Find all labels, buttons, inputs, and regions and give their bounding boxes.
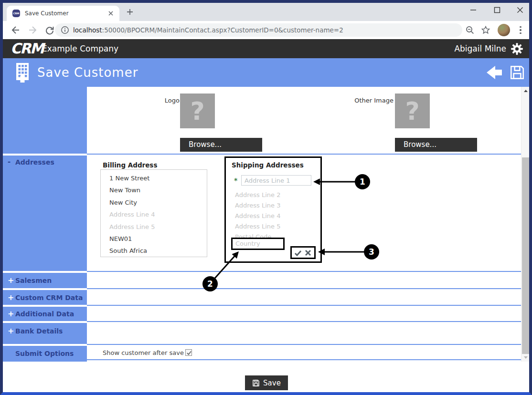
bookmark-star-icon[interactable]: [481, 25, 490, 35]
annotation-badge-1: 1: [355, 174, 370, 189]
sidebar-item-submit-options[interactable]: Submit Options: [3, 349, 87, 361]
expand-icon: +: [8, 293, 14, 302]
shipping-country-field[interactable]: Country: [231, 238, 285, 250]
page-back-icon[interactable]: [485, 64, 503, 81]
window-maximize-button[interactable]: [489, 3, 505, 17]
shipping-addresses-heading: Shipping Addresses: [232, 161, 304, 169]
sidebar-item-addresses[interactable]: - Addresses: [3, 157, 87, 170]
gear-icon[interactable]: [511, 42, 523, 55]
billing-address-line-2[interactable]: New Town: [109, 184, 207, 196]
save-disk-icon: [252, 379, 260, 387]
scroll-up-icon[interactable]: [521, 87, 530, 95]
new-tab-button[interactable]: [126, 8, 134, 16]
tab-close-icon[interactable]: [107, 10, 115, 17]
expand-icon: +: [8, 326, 14, 335]
sidebar-item-salesmen[interactable]: + Salesmen: [3, 276, 87, 288]
billing-address-line-4[interactable]: Address Line 4: [109, 208, 207, 220]
page-title: Save Customer: [37, 58, 138, 87]
sidebar-divider: [3, 321, 87, 323]
annotation-badge-2: 2: [202, 276, 218, 291]
info-icon[interactable]: [61, 26, 69, 34]
show-customer-label: Show customer after save: [103, 349, 184, 356]
reload-icon[interactable]: [45, 25, 54, 35]
billing-address-line-5[interactable]: Address Line 5: [109, 221, 207, 233]
collapse-icon: -: [8, 157, 11, 166]
other-image-label: Other Image: [344, 97, 394, 104]
sidebar-item-additional-data[interactable]: + Additional Data: [3, 309, 87, 322]
scrollbar-thumb[interactable]: [522, 157, 529, 354]
user-name: Abigail Milne: [454, 39, 506, 58]
footer-bar: Save: [3, 362, 529, 392]
cancel-cross-icon[interactable]: [304, 249, 312, 257]
required-marker: *: [234, 177, 237, 184]
sidebar-divider: [3, 271, 87, 273]
app-header: CRM Example Company Abigail Milne: [3, 39, 529, 58]
window-minimize-button[interactable]: [465, 3, 481, 17]
confirm-check-icon[interactable]: [294, 249, 302, 257]
tab-title: Save Customer: [25, 6, 69, 21]
custom-crm-data-row: [87, 288, 521, 305]
url-text: localhost:50000/BPOCRM/MaintainContact.a…: [73, 23, 343, 37]
other-image-browse-button[interactable]: Browse...: [395, 138, 477, 152]
expand-icon: +: [8, 276, 14, 285]
form-content: Logo ? Browse... Other Image ? Browse...…: [87, 87, 521, 362]
url-bar[interactable]: localhost:50000/BPOCRM/MaintainContact.a…: [55, 23, 462, 37]
images-row: Logo ? Browse... Other Image ? Browse...: [87, 87, 521, 154]
tab-strip: CRM Save Customer: [3, 3, 529, 21]
addresses-row: Billing Address 1 New Street New Town Ne…: [87, 154, 521, 271]
shipping-addresses-panel: Shipping Addresses * Address Line 2 Addr…: [224, 156, 322, 263]
building-icon: [13, 62, 32, 83]
annotation-badge-3: 3: [364, 244, 379, 260]
browser-toolbar: localhost:50000/BPOCRM/MaintainContact.a…: [3, 21, 529, 39]
sidebar-divider: [3, 344, 87, 346]
sidebar: - Addresses + Salesmen + Custom CRM Data…: [3, 87, 87, 362]
browser-menu-icon[interactable]: [519, 25, 522, 35]
shipping-address-line-4-field[interactable]: Address Line 4: [235, 211, 280, 221]
shipping-address-line-5-field[interactable]: Address Line 5: [235, 221, 280, 232]
other-image-placeholder[interactable]: ?: [395, 94, 430, 128]
crm-logo: CRM: [11, 40, 43, 57]
checkbox-check-icon: [186, 350, 192, 356]
billing-country[interactable]: South Africa: [109, 245, 207, 257]
sidebar-divider: [3, 288, 87, 290]
billing-address-panel: 1 New Street New Town New City Address L…: [100, 169, 207, 257]
submit-options-row: Show customer after save: [87, 344, 521, 360]
main-area: - Addresses + Salesmen + Custom CRM Data…: [3, 87, 529, 362]
shipping-actions: [290, 246, 316, 259]
show-customer-checkbox[interactable]: [185, 349, 192, 356]
bank-details-row: [87, 321, 521, 344]
billing-address-line-3[interactable]: New City: [109, 197, 207, 208]
profile-avatar[interactable]: [498, 24, 510, 36]
vertical-scrollbar[interactable]: [521, 87, 529, 362]
page-header: Save Customer: [3, 58, 529, 87]
back-icon[interactable]: [11, 25, 20, 35]
crm-favicon-icon: CRM: [12, 10, 20, 17]
additional-data-row: [87, 305, 521, 321]
save-button[interactable]: Save: [245, 375, 288, 390]
sidebar-divider: [3, 154, 87, 156]
billing-postal-code[interactable]: NEW01: [109, 233, 207, 245]
company-name: Example Company: [42, 39, 118, 58]
sidebar-item-custom-crm-data[interactable]: + Custom CRM Data: [3, 293, 87, 305]
salesmen-row: [87, 271, 521, 288]
shipping-address-line-1-input[interactable]: [241, 175, 311, 186]
sidebar-item-bank-details[interactable]: + Bank Details: [3, 326, 87, 339]
browser-tab[interactable]: CRM Save Customer: [7, 6, 119, 21]
logo-image-placeholder[interactable]: ?: [180, 94, 215, 128]
billing-address-line-1[interactable]: 1 New Street: [109, 172, 207, 184]
browser-window: CRM Save Customer localhost:50000/BPOCRM…: [0, 0, 532, 395]
sidebar-divider: [3, 305, 87, 307]
scroll-down-icon[interactable]: [521, 353, 530, 362]
zoom-out-icon[interactable]: [465, 25, 475, 35]
billing-address-heading: Billing Address: [103, 161, 157, 169]
page-save-icon[interactable]: [509, 64, 525, 81]
forward-icon[interactable]: [28, 25, 38, 35]
window-close-button[interactable]: [512, 3, 528, 17]
shipping-address-line-3-field[interactable]: Address Line 3: [235, 200, 280, 211]
shipping-address-line-2-field[interactable]: Address Line 2: [235, 190, 280, 200]
logo-browse-button[interactable]: Browse...: [180, 138, 262, 152]
logo-label: Logo: [143, 97, 180, 104]
expand-icon: +: [8, 309, 14, 318]
